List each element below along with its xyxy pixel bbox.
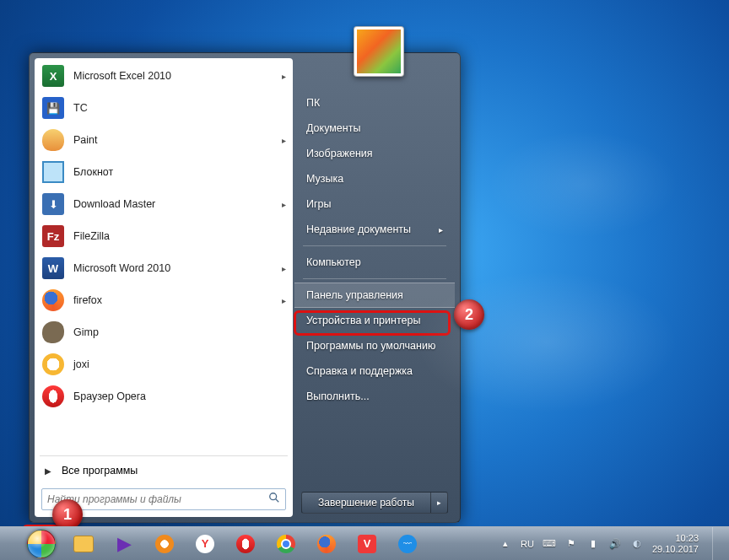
user-picture-icon xyxy=(357,30,401,73)
taskbar-apps: ▶ Y V 〰 xyxy=(59,530,427,558)
program-label: Microsoft Excel 2010 xyxy=(73,70,171,82)
taskbar-app-yandex[interactable]: Y xyxy=(186,530,224,558)
program-download-master[interactable]: ⬇ Download Master ▸ xyxy=(35,188,293,220)
excel-icon: X xyxy=(42,65,64,87)
media-player-icon: ▶ xyxy=(113,533,135,555)
all-programs-label: Все программы xyxy=(62,465,138,477)
notepad-icon xyxy=(42,161,64,183)
tray-app-icon[interactable]: ◐ xyxy=(630,537,644,551)
program-label: FileZilla xyxy=(73,230,110,242)
gimp-icon xyxy=(42,321,64,343)
right-item-control-panel[interactable]: Панель управления xyxy=(294,283,455,308)
program-label: Paint xyxy=(73,134,98,146)
show-desktop-button[interactable] xyxy=(712,527,721,561)
clock[interactable]: 10:23 29.10.2017 xyxy=(652,533,699,554)
separator xyxy=(303,278,446,279)
chrome-icon xyxy=(277,535,295,553)
joxi-icon xyxy=(42,353,64,375)
program-firefox[interactable]: firefox ▸ xyxy=(35,284,293,316)
search-box[interactable] xyxy=(41,488,286,510)
opera-icon xyxy=(42,385,64,407)
language-indicator[interactable]: RU xyxy=(521,539,534,549)
desktop: X Microsoft Excel 2010 ▸ 💾 TC Paint ▸ Бл… xyxy=(0,0,729,560)
right-item-games[interactable]: Игры xyxy=(294,191,455,217)
taskbar: ▶ Y V 〰 ▴ RU ⌨ ⚑ ▮ 🔊 ◐ 10:23 29.10.2017 xyxy=(0,526,729,560)
opera-icon xyxy=(236,535,255,553)
program-word[interactable]: W Microsoft Word 2010 ▸ xyxy=(35,252,293,284)
start-menu: X Microsoft Excel 2010 ▸ 💾 TC Paint ▸ Бл… xyxy=(29,52,461,523)
triangle-right-icon: ▶ xyxy=(45,466,51,476)
shutdown-options-button[interactable]: ▸ xyxy=(431,492,448,514)
network-icon[interactable]: ▮ xyxy=(586,537,600,551)
right-item-devices-printers[interactable]: Устройства и принтеры xyxy=(294,308,455,333)
submenu-arrow-icon: ▸ xyxy=(282,136,286,145)
program-filezilla[interactable]: Fz FileZilla xyxy=(35,220,293,252)
keyboard-icon[interactable]: ⌨ xyxy=(543,537,556,551)
separator xyxy=(40,455,288,456)
clock-date: 29.10.2017 xyxy=(652,544,699,555)
taskbar-app-media[interactable]: ▶ xyxy=(105,530,143,558)
separator xyxy=(303,245,446,246)
tray-overflow-button[interactable]: ▴ xyxy=(499,537,512,551)
program-notepad[interactable]: Блокнот xyxy=(35,156,293,188)
program-tc[interactable]: 💾 TC xyxy=(35,92,293,124)
submenu-arrow-icon: ▸ xyxy=(439,225,443,234)
taskbar-app-opera[interactable] xyxy=(226,530,265,558)
taskbar-app-explorer[interactable] xyxy=(64,530,103,558)
submenu-arrow-icon: ▸ xyxy=(282,296,286,305)
volume-icon[interactable]: 🔊 xyxy=(608,537,622,551)
program-label: joxi xyxy=(73,358,89,370)
submenu-arrow-icon: ▸ xyxy=(282,264,286,273)
submenu-arrow-icon: ▸ xyxy=(282,200,286,209)
user-picture-frame[interactable] xyxy=(354,26,404,77)
taskbar-app-chrome[interactable] xyxy=(267,530,305,558)
right-item-music[interactable]: Музыка xyxy=(294,166,455,191)
right-item-documents[interactable]: Документы xyxy=(294,116,455,141)
maxthon-icon: 〰 xyxy=(398,535,417,553)
word-icon: W xyxy=(42,257,64,279)
shutdown-button[interactable]: Завершение работы xyxy=(301,492,431,514)
program-label: Gimp xyxy=(73,326,99,338)
right-item-computer[interactable]: Компьютер xyxy=(294,250,455,275)
taskbar-app-vivaldi[interactable]: V xyxy=(348,530,386,558)
program-label: Браузер Opera xyxy=(73,390,146,402)
right-item-user[interactable]: ПК xyxy=(294,90,455,116)
program-label: firefox xyxy=(73,294,102,306)
firefox-icon xyxy=(317,535,336,553)
taskbar-app-firefox[interactable] xyxy=(307,530,346,558)
taskbar-app-maxthon[interactable]: 〰 xyxy=(388,530,427,558)
downloadmaster-icon: ⬇ xyxy=(42,193,64,215)
submenu-arrow-icon: ▸ xyxy=(282,72,286,81)
windows-logo-icon xyxy=(27,530,56,558)
program-joxi[interactable]: joxi xyxy=(35,348,293,380)
start-menu-left-panel: X Microsoft Excel 2010 ▸ 💾 TC Paint ▸ Бл… xyxy=(35,58,293,517)
right-item-run[interactable]: Выполнить... xyxy=(294,384,455,409)
program-label: Download Master xyxy=(73,198,155,210)
system-tray: ▴ RU ⌨ ⚑ ▮ 🔊 ◐ 10:23 29.10.2017 xyxy=(499,527,726,561)
triangle-right-icon: ▸ xyxy=(437,498,441,507)
paint-icon xyxy=(42,129,64,151)
svg-line-1 xyxy=(276,499,279,503)
vivaldi-icon: V xyxy=(358,535,376,553)
right-item-recent[interactable]: Недавние документы ▸ xyxy=(294,217,455,242)
clock-time: 10:23 xyxy=(652,533,699,544)
program-label: TC xyxy=(73,102,88,114)
yandex-icon: Y xyxy=(196,535,214,553)
start-button[interactable] xyxy=(24,527,59,561)
wmp-icon xyxy=(155,535,174,553)
firefox-icon xyxy=(42,289,64,311)
program-opera[interactable]: Браузер Opera xyxy=(35,380,293,412)
program-excel[interactable]: X Microsoft Excel 2010 ▸ xyxy=(35,60,293,92)
search-input[interactable] xyxy=(47,493,268,505)
right-item-help[interactable]: Справка и поддержка xyxy=(294,358,455,384)
action-center-icon[interactable]: ⚑ xyxy=(564,537,578,551)
program-label: Microsoft Word 2010 xyxy=(73,262,170,274)
save-icon: 💾 xyxy=(42,97,64,119)
taskbar-app-wmp[interactable] xyxy=(145,530,184,558)
right-item-pictures[interactable]: Изображения xyxy=(294,141,455,166)
search-icon xyxy=(268,492,280,507)
program-paint[interactable]: Paint ▸ xyxy=(35,124,293,156)
right-item-default-programs[interactable]: Программы по умолчанию xyxy=(294,333,455,358)
all-programs[interactable]: ▶ Все программы xyxy=(35,458,293,483)
program-gimp[interactable]: Gimp xyxy=(35,316,293,348)
